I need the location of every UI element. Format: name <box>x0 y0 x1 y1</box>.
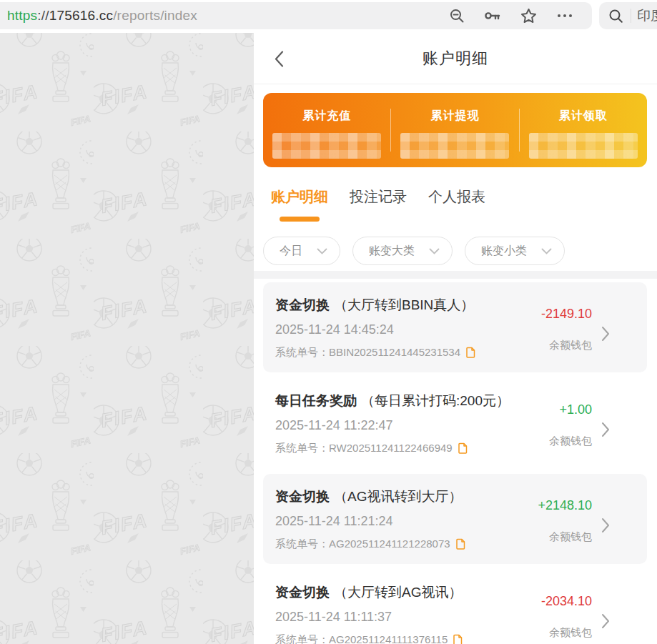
transaction-row[interactable]: 资金切换（大厅转到BBIN真人） 2025-11-24 14:45:24 系统单… <box>263 279 647 375</box>
transaction-title: 资金切换（AG视讯转到大厅） <box>275 487 465 505</box>
address-bar[interactable]: https://175616.cc/reports/index <box>0 2 592 29</box>
wallet-label: 余额钱包 <box>541 626 592 639</box>
zoom-out-icon[interactable] <box>449 8 465 24</box>
key-icon[interactable] <box>484 8 501 24</box>
url-separator: :// <box>37 8 49 23</box>
transaction-order: 系统单号： BBIN202511241445231534 <box>275 346 475 358</box>
transaction-datetime: 2025-11-24 11:21:24 <box>275 514 465 528</box>
transaction-amount: -2034.10 <box>541 593 592 609</box>
more-options-icon[interactable] <box>556 8 573 24</box>
transaction-amount: +1.00 <box>549 402 592 417</box>
order-label: 系统单号： <box>275 633 329 644</box>
summary-claimed: 累计领取 <box>520 93 647 167</box>
search-divider <box>631 9 631 23</box>
active-tab-underline <box>280 217 320 222</box>
wallet-label: 余额钱包 <box>541 339 592 352</box>
transaction-amount: -2149.10 <box>541 306 592 322</box>
section-divider <box>254 271 657 279</box>
chevron-down-icon <box>317 248 327 254</box>
search-icon <box>608 9 623 24</box>
masked-value <box>272 133 381 159</box>
transaction-row[interactable]: 资金切换（AG视讯转到大厅） 2025-11-24 11:21:24 系统单号：… <box>263 470 647 566</box>
tab-bar: 账户明细 投注记录 个人报表 <box>254 167 657 222</box>
transaction-list: 资金切换（大厅转到BBIN真人） 2025-11-24 14:45:24 系统单… <box>263 279 647 644</box>
order-number: BBIN202511241445231534 <box>329 346 460 358</box>
browser-search-field[interactable]: 印度 <box>599 2 657 29</box>
browser-bar: https://175616.cc/reports/index <box>0 0 657 33</box>
order-number: AG202511241121228073 <box>329 538 450 550</box>
transaction-title: 资金切换（大厅转到AG视讯） <box>275 583 463 601</box>
copy-icon[interactable] <box>458 442 468 454</box>
url-scheme: https <box>7 8 37 23</box>
chevron-right-icon <box>601 613 610 629</box>
masked-value <box>529 133 638 159</box>
summary-deposit: 累计充值 <box>263 93 390 167</box>
copy-icon[interactable] <box>465 347 475 358</box>
tab-account-detail[interactable]: 账户明细 <box>271 186 328 222</box>
tab-bet-records[interactable]: 投注记录 <box>350 186 407 222</box>
order-number: AG202511241111376115 <box>329 633 448 644</box>
transaction-title: 资金切换（大厅转到BBIN真人） <box>275 296 475 314</box>
account-panel: 账户明细 累计充值 累计提现 累计领取 <box>254 33 657 644</box>
page-title: 账户明细 <box>254 48 657 69</box>
chevron-right-icon <box>601 422 610 437</box>
chevron-down-icon <box>541 248 552 254</box>
copy-icon[interactable] <box>453 634 463 644</box>
summary-card: 累计充值 累计提现 累计领取 <box>263 93 647 167</box>
url-text: https://175616.cc/reports/index <box>0 8 197 24</box>
masked-value <box>400 133 509 159</box>
transaction-amount: +2148.10 <box>538 497 592 513</box>
filter-date[interactable]: 今日 <box>263 237 340 265</box>
wallet-label: 余额钱包 <box>538 530 592 543</box>
transaction-title: 每日任务奖励（每日累计打码:200元） <box>275 392 510 410</box>
search-query-text: 印度 <box>637 6 657 25</box>
order-number: RW202511241122466949 <box>329 442 453 454</box>
star-icon[interactable] <box>520 8 537 24</box>
copy-icon[interactable] <box>455 538 465 550</box>
address-bar-icons <box>449 8 592 24</box>
transaction-row[interactable]: 资金切换（大厅转到AG视讯） 2025-11-24 11:11:37 系统单号：… <box>263 566 647 644</box>
filter-major-category[interactable]: 账变大类 <box>352 237 453 265</box>
chevron-right-icon <box>601 326 610 342</box>
filter-bar: 今日 账变大类 账变小类 <box>254 237 657 265</box>
chevron-down-icon <box>429 248 440 254</box>
summary-label: 累计领取 <box>559 109 608 124</box>
transaction-row[interactable]: 每日任务奖励（每日累计打码:200元） 2025-11-24 11:22:47 … <box>263 375 647 470</box>
order-label: 系统单号： <box>275 346 329 358</box>
order-label: 系统单号： <box>275 442 329 454</box>
transaction-datetime: 2025-11-24 14:45:24 <box>275 322 475 337</box>
summary-withdraw: 累计提现 <box>391 93 518 167</box>
wallet-label: 余额钱包 <box>549 435 592 447</box>
summary-label: 累计提现 <box>430 109 479 124</box>
fifa-pattern-svg: FIFA FIFA <box>0 33 254 644</box>
page-content: FIFA FIFA 账户明细 <box>0 33 657 644</box>
transaction-datetime: 2025-11-24 11:22:47 <box>275 418 510 432</box>
screen: https://175616.cc/reports/index <box>0 0 657 644</box>
fifa-watermark-background: FIFA FIFA <box>0 33 254 644</box>
transaction-order: 系统单号： RW202511241122466949 <box>275 442 510 454</box>
chevron-right-icon <box>601 517 610 533</box>
transaction-order: 系统单号： AG202511241111376115 <box>275 633 463 644</box>
url-path: /reports/index <box>113 8 197 23</box>
panel-header: 账户明细 <box>254 33 657 84</box>
summary-label: 累计充值 <box>302 109 351 124</box>
tab-personal-report[interactable]: 个人报表 <box>428 186 485 222</box>
order-label: 系统单号： <box>275 538 329 550</box>
transaction-datetime: 2025-11-24 11:11:37 <box>275 610 463 624</box>
filter-minor-category[interactable]: 账变小类 <box>465 237 565 265</box>
url-domain: 175616.cc <box>49 8 113 23</box>
back-icon[interactable] <box>274 50 285 68</box>
transaction-order: 系统单号： AG202511241121228073 <box>275 538 465 550</box>
